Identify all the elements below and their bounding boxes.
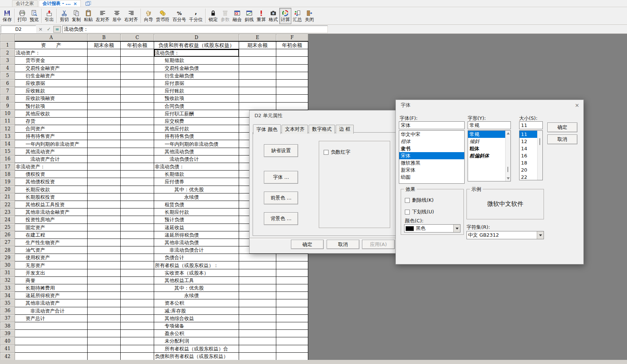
cell-A19[interactable]: 其他债权投资 <box>15 178 88 186</box>
strikeout-checkbox[interactable]: 删除线(K) <box>405 197 434 204</box>
cell-E37[interactable] <box>239 314 276 322</box>
row-header-10[interactable]: 10 <box>0 110 15 117</box>
cell-F2[interactable] <box>276 49 308 57</box>
font-name-option[interactable]: 幼圆 <box>399 174 464 181</box>
tab-font-color[interactable]: 字体 颜色 <box>253 124 281 134</box>
cell-D17[interactable]: 非流动负债： <box>154 163 239 171</box>
cell-A28[interactable]: 油气资产 <box>15 246 88 254</box>
cell-D4[interactable]: 交易性金融负债 <box>154 64 239 72</box>
cell-C6[interactable] <box>121 79 154 87</box>
cell-C4[interactable] <box>121 64 154 72</box>
toolbar-button-format[interactable]: 格式 <box>267 8 279 24</box>
cell-A7[interactable]: 应收账款 <box>15 87 88 95</box>
cell-A5[interactable]: 衍生金融资产 <box>15 72 88 79</box>
cell-C31[interactable] <box>121 269 154 276</box>
row-header-33[interactable]: 33 <box>0 284 15 292</box>
cell-B39[interactable] <box>88 330 121 337</box>
row-header-29[interactable]: 29 <box>0 254 15 261</box>
cell-C38[interactable] <box>121 322 154 329</box>
row-header-36[interactable]: 36 <box>0 307 15 314</box>
toolbar-button-calculate[interactable]: 计算 <box>279 8 291 24</box>
cell-F42[interactable] <box>276 352 308 360</box>
font-size-scrollbar[interactable] <box>537 131 542 180</box>
cell-A17[interactable]: 非流动资产： <box>15 163 88 171</box>
cell-C1[interactable]: 年初余额 <box>121 41 154 49</box>
cell-C19[interactable] <box>121 178 154 186</box>
cell-A24[interactable]: 投资性房地产 <box>15 216 88 224</box>
row-header-9[interactable]: 9 <box>0 102 15 110</box>
row-header-40[interactable]: 40 <box>0 337 15 345</box>
cell-D14[interactable]: 一年内到期的非流动负债 <box>154 140 239 148</box>
cell-E36[interactable] <box>239 307 276 314</box>
cell-E4[interactable] <box>239 64 276 72</box>
font-style-option[interactable]: 倾斜 <box>468 138 510 145</box>
row-header-23[interactable]: 23 <box>0 208 15 216</box>
column-header-B[interactable]: B <box>88 34 121 42</box>
cell-B8[interactable] <box>88 95 121 102</box>
cell-F4[interactable] <box>276 64 308 72</box>
cell-E38[interactable] <box>239 322 276 329</box>
cell-A4[interactable]: 交易性金融资产 <box>15 64 88 72</box>
row-header-20[interactable]: 20 <box>0 186 15 193</box>
toolbar-button-thousands[interactable]: ,千分位 <box>188 8 204 24</box>
font-name-input[interactable]: 宋体 <box>399 121 465 129</box>
toolbar-button-align-center[interactable]: 居中 <box>111 8 123 24</box>
cell-A26[interactable]: 在建工程 <box>15 231 88 239</box>
underline-checkbox[interactable]: 下划线(U) <box>405 208 434 215</box>
cell-A36[interactable]: 非流动资产合计 <box>15 307 88 314</box>
cell-D29[interactable]: 负债合计 <box>154 254 239 261</box>
cell-B14[interactable] <box>88 140 121 148</box>
cell-C13[interactable] <box>121 133 154 140</box>
cell-A9[interactable]: 预付款项 <box>15 102 88 110</box>
toolbar-button-paste[interactable]: 粘贴 <box>82 8 94 24</box>
cell-A29[interactable]: 使用权资产 <box>15 254 88 261</box>
cell-A34[interactable]: 递延所得税资产 <box>15 292 88 299</box>
cell-B20[interactable] <box>88 186 121 193</box>
close-icon[interactable]: × <box>575 103 579 108</box>
row-header-1[interactable]: 1 <box>0 41 15 49</box>
row-header-38[interactable]: 38 <box>0 322 15 329</box>
toolbar-button-diagonal[interactable]: 斜线 <box>243 8 255 24</box>
cell-A25[interactable]: 固定资产 <box>15 224 88 231</box>
cell-A11[interactable]: 存货 <box>15 117 88 125</box>
cell-A40[interactable] <box>15 337 88 345</box>
tab-accounting-reports[interactable]: 会计报表 - ... × <box>39 0 81 7</box>
cell-A20[interactable]: 长期应收款 <box>15 186 88 193</box>
cell-F6[interactable] <box>276 79 308 87</box>
row-header-11[interactable]: 11 <box>0 117 15 125</box>
cell-D25[interactable]: 递延收益 <box>154 224 239 231</box>
tab-text-align[interactable]: 文本对齐 <box>282 125 308 134</box>
font-name-option[interactable]: 宋体 <box>399 152 464 159</box>
cell-E32[interactable] <box>239 276 276 284</box>
cell-A13[interactable]: 持有待售资产 <box>15 133 88 140</box>
toolbar-button-save[interactable]: 保存 <box>1 8 13 24</box>
cell-A23[interactable]: 其他非流动金融资产 <box>15 208 88 216</box>
cell-A32[interactable]: 商誉 <box>15 276 88 284</box>
cell-C36[interactable] <box>121 307 154 314</box>
cell-C28[interactable] <box>121 246 154 254</box>
cell-D7[interactable]: 应付账款 <box>154 87 239 95</box>
cell-B3[interactable] <box>88 57 121 64</box>
tab-close-icon[interactable]: × <box>73 2 77 6</box>
cell-C27[interactable] <box>121 239 154 246</box>
cell-E41[interactable] <box>239 345 276 352</box>
cell-C10[interactable] <box>121 110 154 117</box>
cell-F9[interactable] <box>276 102 308 110</box>
cell-A16[interactable]: 流动资产合计 <box>15 155 88 163</box>
cell-E3[interactable] <box>239 57 276 64</box>
cell-D38[interactable]: 专项储备 <box>154 322 239 329</box>
cell-D22[interactable]: 租赁负债 <box>154 201 239 208</box>
row-header-8[interactable]: 8 <box>0 95 15 102</box>
row-header-21[interactable]: 21 <box>0 193 15 201</box>
cell-A38[interactable] <box>15 322 88 329</box>
cell-E2[interactable] <box>239 49 276 57</box>
cell-C30[interactable] <box>121 261 154 269</box>
cell-D33[interactable]: 其中：优先股 <box>154 284 239 292</box>
cancel-button[interactable]: 取消 <box>327 240 359 249</box>
cell-B24[interactable] <box>88 216 121 224</box>
cell-B18[interactable] <box>88 171 121 178</box>
cell-A42[interactable] <box>15 352 88 360</box>
column-header-E[interactable]: E <box>239 34 276 42</box>
row-header-31[interactable]: 31 <box>0 269 15 276</box>
cell-D39[interactable]: 盈余公积 <box>154 330 239 337</box>
